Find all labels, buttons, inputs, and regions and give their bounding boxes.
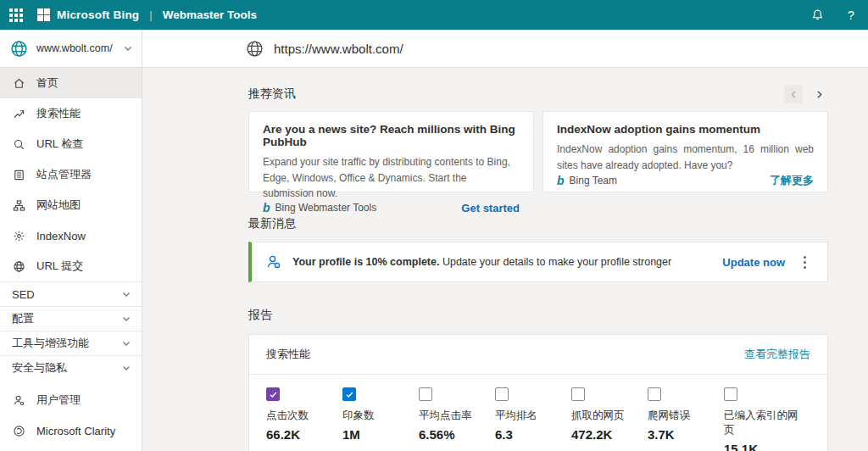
card-title: Are you a news site? Reach millions with… bbox=[263, 123, 520, 148]
sidebar-item-label: 站点管理器 bbox=[36, 167, 92, 182]
news-card-indexnow[interactable]: IndexNow adoption gains momentum IndexNo… bbox=[542, 111, 828, 192]
stat-value: 15.1K bbox=[724, 442, 812, 451]
sidebar-item-search-performance[interactable]: 搜索性能 bbox=[0, 98, 142, 129]
latest-news-section-title: 最新消息 bbox=[248, 216, 296, 230]
sidebar-item-microsoft-clarity[interactable]: Microsoft Clarity bbox=[0, 415, 142, 446]
chevron-down-icon bbox=[121, 289, 131, 299]
search-icon bbox=[13, 138, 25, 151]
chevron-down-icon bbox=[121, 314, 131, 324]
chevron-down-icon bbox=[121, 338, 131, 348]
bing-logo-icon: b bbox=[557, 175, 565, 187]
sidebar-item-label: 搜索性能 bbox=[36, 106, 81, 121]
notifications-button[interactable] bbox=[800, 0, 834, 30]
sidebar-item-label: 首页 bbox=[36, 75, 58, 91]
avg-position-checkbox[interactable] bbox=[495, 387, 509, 401]
search-performance-report-card: 搜索性能 查看完整报告 点击次数 66.2K bbox=[248, 334, 828, 451]
sidebar-item-label: URL 提交 bbox=[36, 259, 83, 274]
sidebar-item-label: Microsoft Clarity bbox=[36, 425, 115, 437]
indexnow-icon bbox=[13, 230, 25, 242]
reports-section-title: 报告 bbox=[248, 308, 272, 321]
sidebar-group-sed[interactable]: SED bbox=[0, 281, 142, 306]
sidebar-group-label: 工具与增强功能 bbox=[12, 336, 89, 351]
carousel-prev-button[interactable] bbox=[784, 85, 803, 103]
sidebar-item-sitemaps[interactable]: 网站地图 bbox=[0, 190, 142, 220]
site-url: https://www.wbolt.com/ bbox=[274, 42, 403, 56]
stat-value: 3.7K bbox=[648, 427, 724, 442]
microsoft-logo-icon bbox=[37, 8, 50, 21]
stat-pages-indexed: 已编入索引的网页 15.1K bbox=[724, 387, 812, 451]
profile-message: Your profile is 10% complete. Update you… bbox=[292, 256, 671, 268]
sidebar-item-label: IndexNow bbox=[36, 230, 86, 242]
sidebar-item-home[interactable]: 首页 bbox=[0, 68, 142, 98]
stat-value: 472.2K bbox=[571, 427, 648, 442]
get-started-link[interactable]: Get started bbox=[461, 202, 520, 214]
sidebar: www.wbolt.com/ 首页 搜索性能 URL 检查 bbox=[0, 30, 142, 451]
sidebar-item-url-inspection[interactable]: URL 检查 bbox=[0, 129, 142, 159]
avg-ctr-checkbox[interactable] bbox=[419, 387, 432, 401]
news-card-pubhub[interactable]: Are you a news site? Reach millions with… bbox=[248, 111, 534, 192]
learn-more-link[interactable]: 了解更多 bbox=[770, 173, 814, 188]
clarity-icon bbox=[13, 425, 25, 437]
card-body: Expand your site traffic by distributing… bbox=[263, 154, 520, 202]
sidebar-group-label: 安全与隐私 bbox=[12, 360, 67, 376]
brand-product: Webmaster Tools bbox=[163, 8, 257, 21]
main-area: https://www.wbolt.com/ 推荐资讯 bbox=[142, 30, 868, 451]
chevron-down-icon bbox=[121, 363, 131, 373]
waffle-icon bbox=[9, 8, 23, 22]
card-body: IndexNow adoption gains momentum, 16 mil… bbox=[557, 142, 814, 173]
crawl-errors-checkbox[interactable] bbox=[648, 387, 661, 401]
app-launcher-button[interactable] bbox=[0, 0, 32, 30]
profile-completeness-banner: Your profile is 10% complete. Update you… bbox=[248, 242, 828, 282]
report-card-title: 搜索性能 bbox=[266, 347, 310, 362]
stat-label: 印象数 bbox=[342, 409, 419, 423]
view-full-report-link[interactable]: 查看完整报告 bbox=[744, 347, 810, 362]
brand-name: Microsoft Bing bbox=[57, 8, 139, 21]
stat-avg-position: 平均排名 6.3 bbox=[495, 387, 571, 451]
sidebar-item-user-management[interactable]: 用户管理 bbox=[0, 385, 142, 415]
sidebar-item-site-manager[interactable]: 站点管理器 bbox=[0, 159, 142, 190]
check-icon bbox=[345, 390, 354, 399]
sidebar-group-configuration[interactable]: 配置 bbox=[0, 306, 142, 331]
user-management-icon bbox=[13, 394, 25, 407]
card-source: Bing Webmaster Tools bbox=[275, 202, 377, 214]
brand[interactable]: Microsoft Bing | Webmaster Tools bbox=[37, 8, 257, 21]
trending-up-icon bbox=[13, 108, 25, 120]
chevron-down-icon bbox=[123, 43, 133, 53]
globe-icon bbox=[10, 40, 28, 58]
brand-separator: | bbox=[149, 8, 152, 21]
stat-label: 已编入索引的网页 bbox=[724, 409, 812, 437]
stats-row: 点击次数 66.2K 印象数 1M bbox=[249, 375, 827, 451]
check-icon bbox=[269, 390, 278, 399]
sidebar-item-url-submission[interactable]: URL 提交 bbox=[0, 251, 142, 281]
help-button[interactable]: ? bbox=[834, 0, 868, 30]
top-bar: Microsoft Bing | Webmaster Tools ? bbox=[0, 0, 868, 30]
stat-crawl-errors: 爬网错误 3.7K bbox=[648, 387, 724, 451]
bell-icon bbox=[811, 8, 824, 21]
sidebar-item-indexnow[interactable]: IndexNow bbox=[0, 220, 142, 251]
sidebar-item-label: 用户管理 bbox=[36, 393, 81, 408]
globe-icon bbox=[246, 40, 264, 58]
stat-value: 66.2K bbox=[266, 427, 342, 442]
stat-label: 抓取的网页 bbox=[571, 409, 648, 423]
sidebar-group-label: 配置 bbox=[12, 311, 34, 326]
clicks-checkbox[interactable] bbox=[266, 387, 280, 401]
bing-logo-icon: b bbox=[263, 202, 270, 214]
globe-icon bbox=[13, 260, 25, 273]
sidebar-group-tools[interactable]: 工具与增强功能 bbox=[0, 331, 142, 355]
site-selector[interactable]: www.wbolt.com/ bbox=[0, 30, 142, 68]
sidebar-group-security-privacy[interactable]: 安全与隐私 bbox=[0, 355, 142, 380]
sidebar-item-label: 网站地图 bbox=[36, 198, 81, 213]
more-options-button[interactable] bbox=[793, 251, 815, 273]
bing-webmaster-tools-window: Microsoft Bing | Webmaster Tools ? www.w… bbox=[0, 0, 868, 451]
site-selector-label: www.wbolt.com/ bbox=[36, 42, 113, 54]
chevron-left-icon bbox=[788, 89, 799, 100]
pages-crawled-checkbox[interactable] bbox=[571, 387, 585, 401]
update-now-link[interactable]: Update now bbox=[722, 256, 785, 269]
impressions-checkbox[interactable] bbox=[342, 387, 356, 401]
home-icon bbox=[13, 77, 25, 90]
card-title: IndexNow adoption gains momentum bbox=[557, 123, 814, 136]
carousel-next-button[interactable] bbox=[810, 85, 828, 103]
sidebar-group-label: SED bbox=[12, 288, 35, 301]
pages-indexed-checkbox[interactable] bbox=[724, 387, 737, 401]
help-icon: ? bbox=[848, 8, 854, 22]
